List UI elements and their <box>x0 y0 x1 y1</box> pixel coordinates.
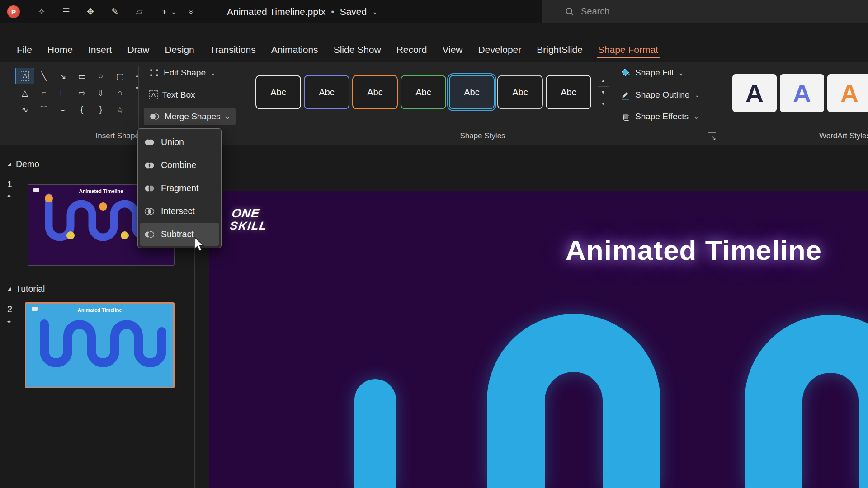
ink-pen-icon[interactable]: ✎ <box>109 6 120 17</box>
text-box-tool[interactable]: A <box>15 68 34 84</box>
tab-record[interactable]: Record <box>389 44 435 62</box>
search-icon <box>565 7 574 16</box>
line-shape-icon[interactable]: ╲ <box>34 68 53 84</box>
shape-style-option[interactable]: Abc <box>352 75 398 109</box>
sparkle-icon[interactable]: ✧ <box>36 6 47 17</box>
pen-outline-icon <box>620 90 630 100</box>
arrow-line-shape-icon[interactable]: ↘ <box>53 68 72 84</box>
shape-effects-button[interactable]: Shape Effects ⌄ <box>618 108 702 125</box>
pentagon-shape-icon[interactable]: ⌂ <box>110 84 129 101</box>
tab-view[interactable]: View <box>434 44 470 62</box>
menu-item-label: Intersect <box>161 206 195 216</box>
gallery-scroll-up-icon[interactable]: ▴ <box>132 72 142 79</box>
slide-thumbnail-2-selected[interactable]: Animated Timeline <box>25 302 175 388</box>
shape-color-icon: ◑ <box>158 7 169 17</box>
merge-shapes-icon <box>149 113 160 121</box>
curve-shape-icon[interactable]: ⌣ <box>53 101 72 118</box>
style-sample-text: Abc <box>561 87 576 98</box>
elbow-connector-shape-icon[interactable]: ⌐ <box>34 84 53 101</box>
shape-style-option[interactable]: Abc <box>546 75 591 109</box>
shape-styles-dialog-launcher-icon[interactable]: ↘ <box>708 132 716 141</box>
text-box-icon: A <box>149 90 158 99</box>
powerpoint-app-icon[interactable]: P <box>7 5 20 18</box>
menu-item-union[interactable]: Union <box>140 131 219 154</box>
shape-styles-scroll: ▴ ▾ ▾ <box>598 75 609 109</box>
tab-home[interactable]: Home <box>40 44 80 62</box>
ribbon-divider <box>138 66 139 137</box>
shape-style-option[interactable]: Abc <box>255 75 301 109</box>
edit-shape-icon <box>149 68 159 78</box>
list-pen-icon[interactable]: ☰ <box>61 6 71 17</box>
styles-scroll-up-icon[interactable]: ▴ <box>598 75 609 86</box>
intersect-icon <box>144 207 155 216</box>
down-arrow-shape-icon[interactable]: ⇩ <box>91 84 110 101</box>
menu-item-combine[interactable]: Combine <box>140 154 219 177</box>
chevron-down-icon: ⌄ <box>210 70 216 76</box>
section-header-tutorial[interactable]: Tutorial <box>7 284 45 294</box>
menu-item-intersect[interactable]: Intersect <box>140 200 219 223</box>
scribble-shape-icon[interactable]: ∿ <box>15 101 34 118</box>
shape-effects-icon <box>620 112 630 122</box>
edit-shape-button[interactable]: Edit Shape ⌄ <box>144 64 221 81</box>
tab-developer[interactable]: Developer <box>471 44 529 62</box>
tab-slide-show[interactable]: Slide Show <box>326 44 389 62</box>
tab-brightslide[interactable]: BrightSlide <box>529 44 590 62</box>
menu-item-fragment[interactable]: Fragment <box>140 177 219 200</box>
star-shape-icon[interactable]: ☆ <box>110 101 129 118</box>
tab-transitions[interactable]: Transitions <box>202 44 264 62</box>
menu-item-label: Combine <box>161 160 196 170</box>
merge-shapes-menu: Union Combine Fragment Intersect Subtrac… <box>137 128 222 248</box>
shape-style-option[interactable]: Abc <box>401 75 446 109</box>
section-expand-icon <box>7 287 11 291</box>
chevron-down-icon: ⌄ <box>693 113 699 120</box>
merge-shapes-button[interactable]: Merge Shapes ⌄ <box>144 108 236 125</box>
animation-star-icon: ✦ <box>6 318 12 325</box>
chevron-down-icon: ⌄ <box>171 9 176 15</box>
arc-shape-icon[interactable]: ⌒ <box>34 101 53 118</box>
shape-insert-gallery: A ╲ ↘ ▭ ○ ▢ △ ⌐ ∟ ⇨ ⇩ ⌂ ∿ ⌒ ⌣ { } ☆ <box>15 68 129 118</box>
styles-more-icon[interactable]: ▾ <box>598 98 609 109</box>
wordart-style-option[interactable]: A <box>827 74 868 112</box>
union-icon <box>144 138 155 146</box>
shape-color-dropdown[interactable]: ◑ ⌄ <box>158 7 176 17</box>
tab-animations[interactable]: Animations <box>264 44 326 62</box>
triangle-shape-icon[interactable]: △ <box>15 84 34 101</box>
wordart-style-option[interactable]: A <box>732 74 777 112</box>
style-sample-text: Abc <box>319 87 334 98</box>
shape-fill-button[interactable]: Shape Fill ⌄ <box>618 64 686 81</box>
tab-shape-format[interactable]: Shape Format <box>590 44 666 62</box>
customize-toolbar-icon[interactable]: » <box>187 10 195 13</box>
shape-style-option[interactable]: Abc <box>304 75 349 109</box>
left-brace-shape-icon[interactable]: { <box>72 101 91 118</box>
right-brace-shape-icon[interactable]: } <box>91 101 110 118</box>
ruler-icon[interactable]: ▱ <box>134 6 145 17</box>
style-sample-text: Abc <box>464 87 479 98</box>
menu-item-subtract[interactable]: Subtract <box>140 223 219 246</box>
shape-style-option[interactable]: Abc <box>497 75 543 109</box>
right-arrow-shape-icon[interactable]: ⇨ <box>72 84 91 101</box>
move-icon[interactable]: ✥ <box>85 6 96 17</box>
slide-canvas[interactable]: ONE SKILL Animated Timeline <box>209 191 868 488</box>
shape-style-option-selected[interactable]: Abc <box>449 75 495 109</box>
styles-scroll-down-icon[interactable]: ▾ <box>598 86 609 98</box>
wordart-style-option[interactable]: A <box>780 74 824 112</box>
angle-shape-icon[interactable]: ∟ <box>53 84 72 101</box>
rounded-rectangle-shape-icon[interactable]: ▢ <box>110 68 129 84</box>
document-title-group[interactable]: Animated Timeline.pptx • Saved ⌄ <box>227 0 377 23</box>
gallery-scroll-down-icon[interactable]: ▾ <box>132 85 142 91</box>
rectangle-shape-icon[interactable]: ▭ <box>72 68 91 84</box>
animation-star-icon: ✦ <box>6 192 12 200</box>
style-sample-text: Abc <box>415 87 431 98</box>
text-box-button[interactable]: A Text Box <box>144 86 201 103</box>
tab-insert[interactable]: Insert <box>80 44 120 62</box>
section-header-demo[interactable]: Demo <box>7 159 39 169</box>
tab-design[interactable]: Design <box>157 44 202 62</box>
timeline-shapes-graphic[interactable] <box>209 191 868 488</box>
oval-shape-icon[interactable]: ○ <box>91 68 110 84</box>
tab-file[interactable]: File <box>9 44 40 62</box>
shape-outline-label: Shape Outline <box>635 90 689 100</box>
tab-draw[interactable]: Draw <box>119 44 157 62</box>
shape-outline-button[interactable]: Shape Outline ⌄ <box>618 86 703 103</box>
search-bar[interactable]: Search <box>542 0 868 23</box>
title-separator: • <box>331 6 334 17</box>
